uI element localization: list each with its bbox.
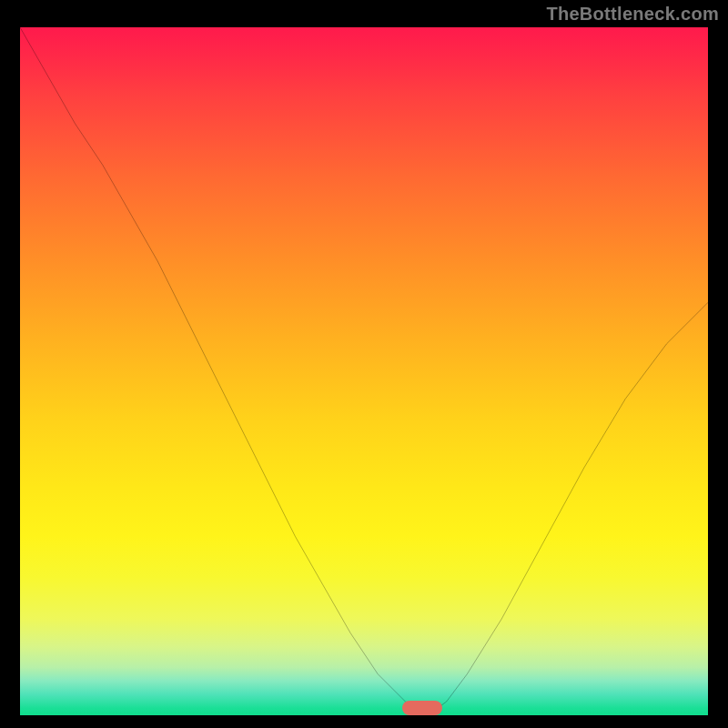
curve-path (20, 27, 708, 712)
bottleneck-curve (20, 27, 708, 715)
chart-container: TheBottleneck.com (0, 0, 728, 728)
plot-area (20, 27, 708, 715)
optimal-marker (402, 701, 442, 715)
watermark-text: TheBottleneck.com (546, 4, 719, 25)
